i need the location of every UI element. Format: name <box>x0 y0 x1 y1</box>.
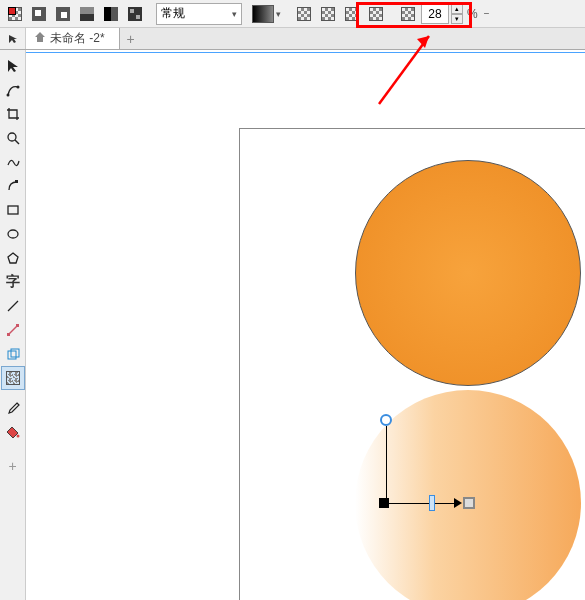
gradient-start-handle[interactable] <box>379 498 389 508</box>
svg-rect-24 <box>11 349 19 357</box>
zoom-tool[interactable] <box>1 126 25 150</box>
opacity-input[interactable]: 28 <box>421 4 449 24</box>
transparency-extra-button[interactable] <box>397 3 419 25</box>
dropdown-arrow-icon: ▾ <box>232 9 237 19</box>
svg-point-11 <box>6 94 9 97</box>
svg-rect-1 <box>35 10 41 16</box>
pick-tool[interactable] <box>1 54 25 78</box>
text-tool[interactable]: 字 <box>1 270 25 294</box>
svg-rect-7 <box>104 7 111 21</box>
svg-rect-9 <box>130 9 134 13</box>
tab-bar-side-stub <box>0 28 26 49</box>
minus-icon: − <box>482 8 490 19</box>
spin-down-icon[interactable]: ▾ <box>451 14 463 24</box>
shape-tool[interactable] <box>1 78 25 102</box>
dropdown-arrow-icon: ▾ <box>274 9 283 19</box>
svg-rect-15 <box>15 180 18 183</box>
checker-icon <box>6 371 20 385</box>
document-tab-active[interactable]: 未命名 -2* <box>26 28 120 49</box>
transparency-type-1-button[interactable] <box>293 3 315 25</box>
gradient-swatch-picker[interactable]: ▾ <box>252 5 283 23</box>
canvas-area[interactable] <box>26 50 585 600</box>
ellipse-tool[interactable] <box>1 222 25 246</box>
pointer-small-icon <box>8 34 18 44</box>
fill-mode-icon <box>31 6 47 22</box>
curve-tool[interactable] <box>1 174 25 198</box>
svg-rect-22 <box>16 324 19 327</box>
text-icon: 字 <box>6 273 20 291</box>
transparency-tool[interactable] <box>1 366 25 390</box>
plus-icon: + <box>8 458 16 474</box>
fill-mode-5-button[interactable] <box>124 3 146 25</box>
gradient-axis-line <box>389 503 459 504</box>
shape-circle-solid[interactable] <box>355 160 581 386</box>
guide-line <box>26 52 585 53</box>
font-style-value: 常规 <box>161 5 185 22</box>
svg-rect-23 <box>8 351 16 359</box>
svg-line-14 <box>15 140 19 144</box>
checker-icon <box>345 7 359 21</box>
fill-mode-1-button[interactable] <box>28 3 50 25</box>
fill-mode-icon <box>55 6 71 22</box>
fill-mode-icon <box>103 6 119 22</box>
svg-point-12 <box>16 86 19 89</box>
gradient-midpoint-handle[interactable] <box>429 495 435 511</box>
fill-mode-4-button[interactable] <box>100 3 122 25</box>
gradient-end-handle[interactable] <box>463 497 475 509</box>
top-toolbar: 常规 ▾ ▾ 28 ▴ ▾ % − <box>0 0 585 28</box>
checker-icon <box>401 7 415 21</box>
tools-panel: 字 + <box>0 50 26 600</box>
document-tab-bar: 未命名 -2* + <box>0 28 585 50</box>
opacity-unit-label: % <box>465 7 480 21</box>
checker-icon <box>297 7 311 21</box>
spin-up-icon[interactable]: ▴ <box>451 4 463 14</box>
svg-rect-21 <box>7 333 10 336</box>
rectangle-tool[interactable] <box>1 198 25 222</box>
checker-icon <box>321 7 335 21</box>
checker-icon <box>369 7 383 21</box>
svg-rect-10 <box>136 15 140 19</box>
svg-point-17 <box>8 230 18 238</box>
crop-tool[interactable] <box>1 102 25 126</box>
opacity-spinner[interactable]: ▴ ▾ <box>451 4 463 24</box>
svg-point-25 <box>16 435 19 438</box>
fill-mode-2-button[interactable] <box>52 3 74 25</box>
transparency-type-2-button[interactable] <box>317 3 339 25</box>
gradient-perp-line <box>386 426 387 498</box>
connector-tool[interactable] <box>1 318 25 342</box>
tab-label: 未命名 -2* <box>50 30 105 47</box>
workspace: 字 + <box>0 50 585 600</box>
font-style-dropdown[interactable]: 常规 ▾ <box>156 3 242 25</box>
plus-icon: + <box>127 31 135 47</box>
line-tool[interactable] <box>1 294 25 318</box>
gradient-arrow-icon <box>454 498 462 508</box>
fill-tool[interactable] <box>1 420 25 444</box>
polygon-tool[interactable] <box>1 246 25 270</box>
transparency-type-4-button[interactable] <box>365 3 387 25</box>
effects-tool[interactable] <box>1 342 25 366</box>
fill-mode-3-button[interactable] <box>76 3 98 25</box>
svg-rect-16 <box>8 206 18 214</box>
svg-line-19 <box>8 301 18 311</box>
svg-point-13 <box>8 133 16 141</box>
svg-marker-18 <box>8 253 18 263</box>
gradient-perp-handle[interactable] <box>380 414 392 426</box>
home-icon <box>34 31 46 46</box>
new-tab-button[interactable]: + <box>120 28 142 49</box>
eyedropper-tool[interactable] <box>1 396 25 420</box>
transparency-type-3-button[interactable] <box>341 3 363 25</box>
fill-mode-icon <box>127 6 143 22</box>
add-tool-button[interactable]: + <box>1 454 25 478</box>
gradient-swatch-icon <box>252 5 274 23</box>
fill-none-button[interactable] <box>4 3 26 25</box>
fill-mode-icon <box>79 6 95 22</box>
checker-none-icon <box>8 7 22 21</box>
svg-rect-5 <box>80 7 94 14</box>
freehand-tool[interactable] <box>1 150 25 174</box>
svg-rect-3 <box>61 12 67 18</box>
